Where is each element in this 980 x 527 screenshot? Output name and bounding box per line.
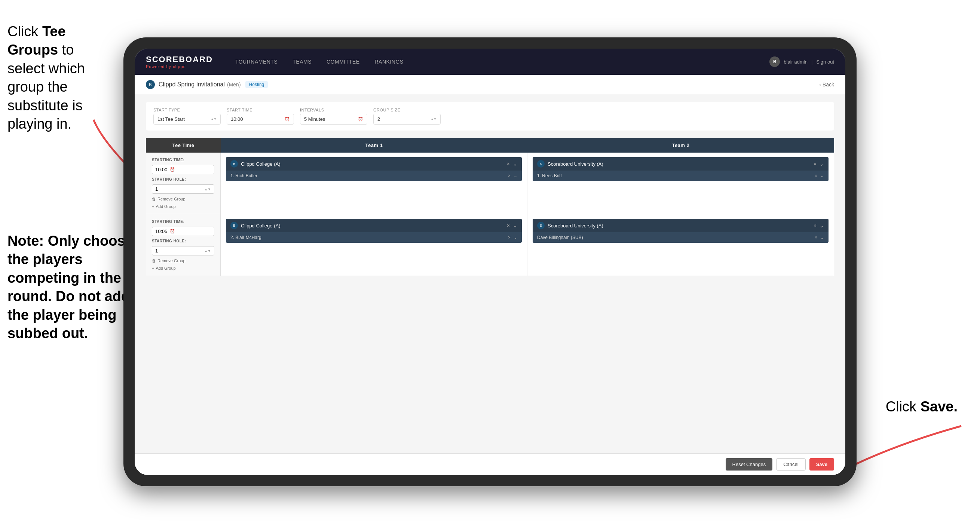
- add-group-label-2: Add Group: [156, 266, 175, 271]
- intervals-input[interactable]: 5 Minutes ⏰: [300, 114, 368, 124]
- group-size-value: 2: [377, 116, 380, 122]
- tee-time-header: Tee Time: [146, 138, 221, 153]
- team2-player-1-name: 1. Rees Britt: [537, 173, 562, 178]
- plus-icon-1: +: [152, 204, 154, 209]
- user-label: blair admin: [784, 59, 808, 65]
- expand-icon-t2-1[interactable]: ⌄: [819, 161, 824, 167]
- tee-side-2: STARTING TIME: 10:05 ⏰ STARTING HOLE: 1 …: [146, 214, 221, 275]
- player-expand-icon-1[interactable]: ⌄: [514, 173, 517, 178]
- group-size-spinner[interactable]: ▲▼: [431, 118, 436, 121]
- note-bold-label: Note: Only choose the players competing …: [8, 233, 133, 341]
- team1-player-2-name: 2. Blair McHarg: [231, 235, 261, 240]
- team1-header: Team 1: [221, 138, 527, 153]
- team1-player-1-row: 1. Rich Butler × ⌄: [226, 170, 522, 181]
- team1-col-2: B Clippd College (A) × ⌄ 2. Blair McHarg…: [221, 214, 527, 275]
- close-icon-t2-2[interactable]: ×: [813, 223, 816, 229]
- nav-items: TOURNAMENTS TEAMS COMMITTEE RANKINGS: [228, 49, 769, 75]
- tournament-title: Clippd Spring Invitational: [159, 81, 225, 88]
- player-expand-icon-t2-1[interactable]: ⌄: [820, 173, 824, 178]
- trash-icon-1: 🗑: [152, 197, 156, 201]
- instruction-note: Note: Only choose the players competing …: [0, 232, 142, 342]
- remove-group-label-2: Remove Group: [158, 258, 186, 263]
- team1-card-1[interactable]: B Clippd College (A) × ⌄ 1. Rich Butler …: [226, 157, 522, 181]
- player-close-icon-1[interactable]: ×: [508, 173, 511, 178]
- team1-col-1: B Clippd College (A) × ⌄ 1. Rich Butler …: [221, 153, 527, 214]
- expand-icon-t1-2[interactable]: ⌄: [513, 223, 517, 229]
- starting-time-value-1: 10:00: [155, 167, 167, 172]
- team2-avatar-2: S: [537, 222, 545, 229]
- tee-group-2: STARTING TIME: 10:05 ⏰ STARTING HOLE: 1 …: [146, 214, 834, 276]
- team2-actions-1: × ⌄: [813, 161, 824, 167]
- start-type-input[interactable]: 1st Tee Start ▲▼: [153, 114, 221, 124]
- player-expand-icon-t1-2[interactable]: ⌄: [514, 235, 517, 240]
- trash-icon-2: 🗑: [152, 258, 156, 263]
- hole-spinner-1[interactable]: ▲▼: [204, 187, 211, 191]
- hole-spinner-2[interactable]: ▲▼: [204, 249, 211, 253]
- close-icon-1[interactable]: ×: [507, 161, 510, 167]
- cancel-button[interactable]: Cancel: [776, 458, 805, 471]
- team2-name-2: Scoreboard University (A): [547, 223, 811, 229]
- intervals-label: Intervals: [300, 108, 368, 112]
- nav-tournaments[interactable]: TOURNAMENTS: [228, 49, 285, 75]
- group-size-input[interactable]: 2 ▲▼: [373, 114, 441, 124]
- reset-changes-button[interactable]: Reset Changes: [725, 458, 773, 471]
- start-time-input[interactable]: 10:00 ⏰: [227, 114, 294, 124]
- player-close-icon-t1-2[interactable]: ×: [508, 235, 511, 240]
- start-type-field: Start Type 1st Tee Start ▲▼: [153, 108, 221, 124]
- team2-player-2-name: Dave Billingham (SUB): [537, 235, 583, 240]
- start-type-spinner[interactable]: ▲▼: [211, 118, 216, 121]
- logo-sub: Powered by clippd: [146, 64, 213, 69]
- team2-header: Team 2: [527, 138, 834, 153]
- team1-name-2: Clippd College (A): [241, 223, 504, 229]
- settings-row: Start Type 1st Tee Start ▲▼ Start Time 1…: [146, 102, 834, 131]
- player-close-icon-t2-2[interactable]: ×: [815, 235, 817, 240]
- starting-hole-value-1: 1: [155, 186, 158, 192]
- team1-avatar-2: B: [231, 222, 238, 229]
- add-group-btn-2[interactable]: + Add Group: [152, 266, 214, 271]
- nav-teams[interactable]: TEAMS: [285, 49, 319, 75]
- sign-out-link[interactable]: Sign out: [816, 59, 834, 65]
- expand-icon-t2-2[interactable]: ⌄: [819, 223, 824, 229]
- starting-hole-input-1[interactable]: 1 ▲▼: [152, 185, 214, 194]
- player-expand-icon-t2-2[interactable]: ⌄: [820, 235, 824, 240]
- clock-icon-3: ⏰: [170, 167, 175, 172]
- close-icon-t2-1[interactable]: ×: [813, 161, 816, 167]
- clock-icon: ⏰: [285, 117, 290, 121]
- team1-card-2[interactable]: B Clippd College (A) × ⌄ 2. Blair McHarg…: [226, 219, 522, 243]
- starting-time-input-2[interactable]: 10:05 ⏰: [152, 227, 214, 236]
- starting-hole-value-2: 1: [155, 248, 158, 253]
- gender-label: (Men): [227, 81, 241, 88]
- team2-card-1[interactable]: S Scoreboard University (A) × ⌄ 1. Rees …: [533, 157, 829, 181]
- intervals-value: 5 Minutes: [304, 116, 325, 122]
- expand-icon-1[interactable]: ⌄: [513, 161, 517, 167]
- team1-player-1-actions: × ⌄: [508, 173, 517, 178]
- add-group-btn-1[interactable]: + Add Group: [152, 204, 214, 209]
- save-button[interactable]: Save: [810, 458, 834, 471]
- intervals-field: Intervals 5 Minutes ⏰: [300, 108, 368, 124]
- start-time-field: Start Time 10:00 ⏰: [227, 108, 294, 124]
- navbar: SCOREBOARD Powered by clippd TOURNAMENTS…: [135, 49, 845, 75]
- starting-hole-input-2[interactable]: 1 ▲▼: [152, 246, 214, 255]
- team1-card-header-1: B Clippd College (A) × ⌄: [226, 157, 522, 170]
- team2-player-2-actions: × ⌄: [815, 235, 824, 240]
- content-area: Start Type 1st Tee Start ▲▼ Start Time 1…: [135, 94, 845, 453]
- instruction-top-text: Click Tee Groups to select which group t…: [8, 24, 85, 132]
- remove-group-btn-2[interactable]: 🗑 Remove Group: [152, 258, 214, 263]
- team2-name-1: Scoreboard University (A): [547, 161, 811, 167]
- tee-group-1: STARTING TIME: 10:00 ⏰ STARTING HOLE: 1 …: [146, 153, 834, 214]
- close-icon-t1-2[interactable]: ×: [507, 223, 510, 229]
- team2-col-1: S Scoreboard University (A) × ⌄ 1. Rees …: [527, 153, 834, 214]
- sub-avatar: B: [146, 80, 155, 89]
- team2-card-2[interactable]: S Scoreboard University (A) × ⌄ Dave Bil…: [533, 219, 829, 243]
- nav-rankings[interactable]: RANKINGS: [368, 49, 411, 75]
- back-button[interactable]: ‹ Back: [819, 81, 834, 88]
- tee-groups-bold: Tee Groups: [8, 24, 66, 57]
- player-close-icon-t2-1[interactable]: ×: [815, 173, 817, 178]
- team1-card-header-2: B Clippd College (A) × ⌄: [226, 219, 522, 232]
- instruction-top: Click Tee Groups to select which group t…: [0, 22, 120, 133]
- starting-time-input-1[interactable]: 10:00 ⏰: [152, 165, 214, 174]
- nav-committee[interactable]: COMMITTEE: [319, 49, 368, 75]
- note-text-span: Note: Only choose the players competing …: [8, 233, 133, 341]
- team2-card-header-1: S Scoreboard University (A) × ⌄: [533, 157, 829, 170]
- remove-group-btn-1[interactable]: 🗑 Remove Group: [152, 197, 214, 201]
